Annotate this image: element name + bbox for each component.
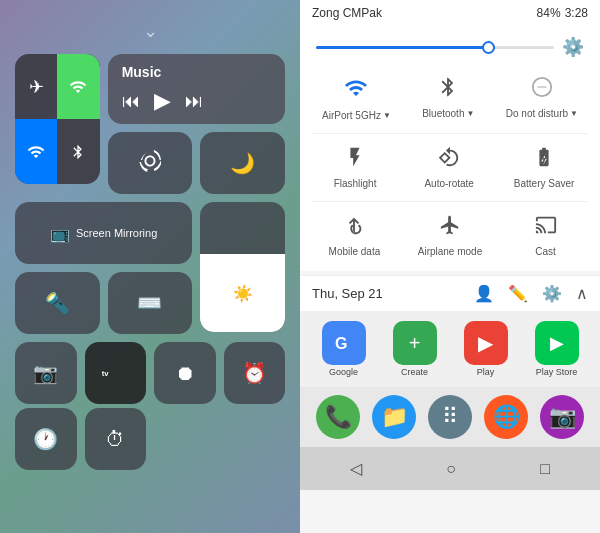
qs-bluetooth-label: Bluetooth: [422, 108, 464, 119]
prev-button[interactable]: ⏮: [122, 91, 140, 112]
qs-dnd-tile[interactable]: Do not disturb ▼: [498, 70, 586, 127]
back-nav-button[interactable]: ◁: [334, 455, 378, 482]
flashlight-tile[interactable]: 🔦: [15, 272, 100, 334]
screen-mirroring-tile[interactable]: 📺 Screen Mirroring: [15, 202, 192, 264]
user-icon[interactable]: 👤: [474, 284, 494, 303]
qs-divider-1: [312, 133, 588, 134]
camera-tile[interactable]: 📷: [15, 342, 77, 404]
app-play: ▶ Play: [464, 321, 508, 377]
qs-row-2: Flashlight Auto-rotate Battery Saver: [300, 136, 600, 199]
qs-row-1: AirPort 5GHz ▼ Bluetooth ▼ Do not dist: [300, 66, 600, 131]
qs-cast-tile[interactable]: Cast: [508, 208, 583, 263]
settings-gear-icon[interactable]: ⚙️: [562, 36, 584, 58]
android-status-bar: Zong CMPak 84% 3:28: [300, 0, 600, 24]
appletv-tile[interactable]: tv: [85, 342, 147, 404]
chrome-dock-icon[interactable]: 🌐: [484, 395, 528, 439]
qs-batterysaver-tile[interactable]: Battery Saver: [506, 140, 583, 195]
qs-airplane-tile[interactable]: Airplane mode: [410, 208, 490, 263]
date-icons: 👤 ✏️ ⚙️ ∧: [474, 284, 588, 303]
music-tile[interactable]: Music ⏮ ▶ ⏭: [108, 54, 285, 124]
brightness-row: ⚙️: [300, 32, 600, 66]
date-label: Thu, Sep 21: [312, 286, 383, 301]
brightness-icon: ☀️: [233, 284, 253, 303]
clock2-tile[interactable]: 🕐: [15, 408, 77, 470]
brightness-track[interactable]: [316, 46, 554, 49]
cellular-button[interactable]: [57, 54, 99, 119]
qs-bt-chevron: ▼: [466, 109, 474, 118]
app-playstore: ▶ Play Store: [535, 321, 579, 377]
apps-dock-icon[interactable]: ⠿: [428, 395, 472, 439]
qs-wifi-chevron: ▼: [383, 111, 391, 120]
play-app-icon[interactable]: ▶: [464, 321, 508, 365]
android-quick-settings: ⚙️ AirPort 5GHz ▼ Bluetooth ▼: [300, 24, 600, 271]
phone-dock-icon[interactable]: 📞: [316, 395, 360, 439]
ios-chevron-icon[interactable]: ⌄: [143, 20, 158, 42]
orientation-lock-tile[interactable]: [108, 132, 193, 194]
qs-mobiledata-icon: [343, 214, 365, 242]
qs-bluetooth-icon: [437, 76, 459, 104]
svg-text:tv: tv: [102, 369, 110, 378]
qs-flashlight-label: Flashlight: [334, 178, 377, 189]
orientation-icon: [139, 150, 161, 177]
playstore-app-icon[interactable]: ▶: [535, 321, 579, 365]
alarm-tile[interactable]: ⏰: [224, 342, 286, 404]
recents-nav-button[interactable]: □: [524, 456, 566, 482]
brightness-fill-android: [316, 46, 495, 49]
qs-autorotate-tile[interactable]: Auto-rotate: [412, 140, 487, 195]
edit-icon[interactable]: ✏️: [508, 284, 528, 303]
android-dock: 📞 📁 ⠿ 🌐 📷: [300, 387, 600, 447]
brightness-thumb: [482, 41, 495, 54]
flashlight-icon: 🔦: [45, 291, 70, 315]
create-app-label: Create: [401, 367, 428, 377]
android-nav-bar: ◁ ○ □: [300, 447, 600, 490]
camera-dock-icon[interactable]: 📷: [540, 395, 584, 439]
qs-divider-2: [312, 201, 588, 202]
google-app-icon[interactable]: G: [322, 321, 366, 365]
ios-bottom-row: 📷 tv ⏺ ⏰: [15, 342, 285, 404]
collapse-icon[interactable]: ∧: [576, 284, 588, 303]
svg-text:G: G: [335, 335, 347, 352]
qs-dnd-icon: [531, 76, 553, 104]
qs-dnd-label: Do not disturb: [506, 108, 568, 119]
screen-mirror-label: Screen Mirroring: [76, 227, 157, 239]
brightness-slider[interactable]: ☀️: [200, 202, 285, 332]
app-create: + Create: [393, 321, 437, 377]
qs-autorotate-icon: [438, 146, 460, 174]
music-label: Music: [122, 64, 271, 80]
qs-cast-icon: [535, 214, 557, 242]
qs-wifi-tile[interactable]: AirPort 5GHz ▼: [314, 70, 399, 127]
carrier-label: Zong CMPak: [312, 6, 382, 20]
qs-flashlight-icon: [344, 146, 366, 174]
airplane-mode-button[interactable]: ✈: [15, 54, 57, 119]
timer-tile[interactable]: ⏱: [85, 408, 147, 470]
ios-bottom-row-2: 🕐 ⏱: [15, 408, 285, 470]
qs-wifi-label-row: AirPort 5GHz ▼: [322, 110, 391, 121]
dnd-icon: 🌙: [230, 151, 255, 175]
qs-autorotate-label: Auto-rotate: [424, 178, 473, 189]
wifi-button[interactable]: [15, 119, 57, 184]
qs-cast-label: Cast: [535, 246, 556, 257]
qs-mobiledata-tile[interactable]: Mobile data: [317, 208, 392, 263]
music-controls: ⏮ ▶ ⏭: [122, 88, 271, 114]
calculator-tile[interactable]: ⌨️: [108, 272, 193, 334]
qs-dnd-label-row: Do not disturb ▼: [506, 108, 578, 119]
android-app-grid: G Google + Create ▶ Play ▶ Play Store: [300, 311, 600, 387]
play-button[interactable]: ▶: [154, 88, 171, 114]
next-button[interactable]: ⏭: [185, 91, 203, 112]
files-dock-icon[interactable]: 📁: [372, 395, 416, 439]
qs-dnd-chevron: ▼: [570, 109, 578, 118]
qs-wifi-icon: [344, 76, 368, 106]
play-app-label: Play: [477, 367, 495, 377]
qs-mobiledata-label: Mobile data: [329, 246, 381, 257]
dnd-tile[interactable]: 🌙: [200, 132, 285, 194]
home-nav-button[interactable]: ○: [430, 456, 472, 482]
qs-wifi-label: AirPort 5GHz: [322, 110, 381, 121]
settings-icon[interactable]: ⚙️: [542, 284, 562, 303]
create-app-icon[interactable]: +: [393, 321, 437, 365]
bluetooth-button[interactable]: [57, 119, 99, 184]
screen-mirror-icon: 📺: [50, 224, 70, 243]
calculator-icon: ⌨️: [137, 291, 162, 315]
record-tile[interactable]: ⏺: [154, 342, 216, 404]
qs-bluetooth-tile[interactable]: Bluetooth ▼: [411, 70, 486, 127]
qs-flashlight-tile[interactable]: Flashlight: [318, 140, 393, 195]
